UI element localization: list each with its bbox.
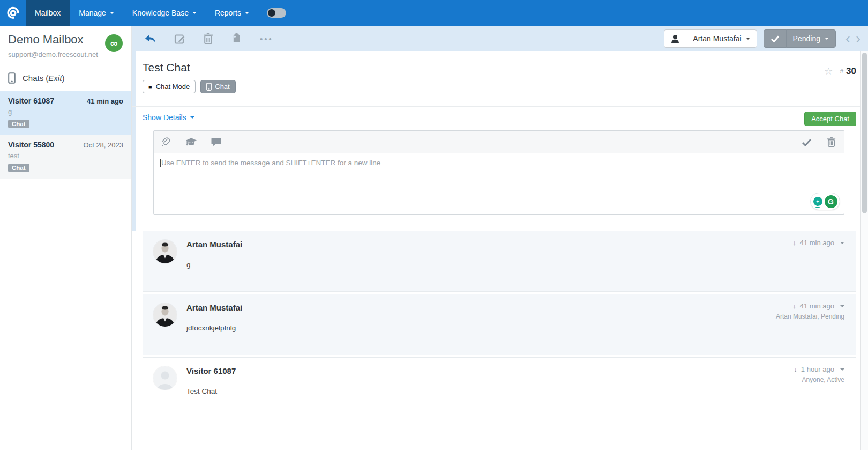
check-icon bbox=[802, 138, 812, 146]
avatar bbox=[153, 303, 177, 327]
message-menu-caret[interactable] bbox=[840, 368, 844, 371]
scrollbar-thumb[interactable] bbox=[862, 53, 867, 213]
chat-type-badge: Chat bbox=[8, 164, 29, 172]
message-menu-caret[interactable] bbox=[840, 242, 844, 244]
assignee-icon-button[interactable] bbox=[664, 29, 686, 48]
graduation-cap-icon bbox=[185, 137, 197, 147]
accept-chat-button[interactable]: Accept Chat bbox=[804, 112, 856, 126]
message-status: Anyone, Active bbox=[794, 376, 844, 383]
edit-icon bbox=[174, 33, 185, 45]
show-details-link[interactable]: Show Details bbox=[143, 113, 194, 122]
message-body: Test Chat bbox=[186, 387, 236, 395]
back-button[interactable] bbox=[144, 33, 156, 45]
conversation-title[interactable]: Test Chat bbox=[143, 61, 856, 74]
nav-knowledge-base[interactable]: Knowledge Base bbox=[123, 0, 206, 26]
agent-avatar-photo bbox=[153, 240, 177, 263]
chevron-down-icon bbox=[825, 38, 829, 40]
conversation-preview: g bbox=[8, 108, 123, 116]
avatar bbox=[153, 366, 177, 390]
message-time: 41 min ago bbox=[800, 302, 834, 310]
message-body: g bbox=[186, 261, 242, 269]
message-menu-caret[interactable] bbox=[840, 305, 844, 307]
mobile-phone-icon bbox=[206, 83, 212, 91]
grammarly-widget: ✦ G bbox=[810, 193, 840, 210]
status-group: Pending bbox=[764, 29, 836, 48]
grammarly-icon[interactable]: G bbox=[825, 195, 837, 208]
attach-file-button[interactable] bbox=[162, 137, 171, 147]
mobile-phone-icon bbox=[8, 72, 16, 84]
trash-icon bbox=[827, 137, 836, 147]
thread-message: Visitor 61087 Test Chat ↓ 1 hour ago Any… bbox=[143, 357, 856, 447]
more-actions-button[interactable]: ••• bbox=[260, 34, 273, 43]
message-input[interactable]: Use ENTER to send the message and SHIFT+… bbox=[154, 153, 844, 214]
conversation-number-hash: # bbox=[840, 68, 843, 75]
conversation-header: Test Chat ■ Chat Mode Chat ☆ # 30 bbox=[132, 51, 868, 93]
edit-button[interactable] bbox=[174, 33, 185, 45]
message-thread: Artan Mustafai g ↓ 41 min ago bbox=[143, 231, 856, 447]
nav-reports[interactable]: Reports bbox=[206, 0, 258, 26]
conversation-list-item[interactable]: Visitor 61087 41 min ago g Chat bbox=[0, 91, 131, 135]
prev-conversation-button[interactable]: ‹ bbox=[845, 32, 850, 46]
assignee-group: Artan Mustafai bbox=[664, 29, 757, 48]
send-confirm-button[interactable] bbox=[802, 138, 812, 146]
avatar bbox=[153, 240, 177, 263]
received-arrow-icon: ↓ bbox=[792, 302, 796, 310]
vertical-scrollbar[interactable] bbox=[860, 51, 868, 450]
speech-bubble-icon bbox=[211, 137, 221, 146]
conversation-toolbar: ••• Artan Mustafai bbox=[132, 26, 868, 51]
back-arrow-icon bbox=[144, 33, 156, 45]
saved-replies-button[interactable] bbox=[185, 137, 197, 147]
received-arrow-icon: ↓ bbox=[794, 365, 797, 373]
grammarly-suggestion-icon[interactable]: ✦ bbox=[813, 197, 822, 206]
chats-exit-label[interactable]: Exit bbox=[48, 73, 62, 83]
square-icon: ■ bbox=[148, 84, 152, 90]
star-icon[interactable]: ☆ bbox=[824, 65, 833, 77]
conversation-time: Oct 28, 2023 bbox=[84, 141, 123, 149]
nav-mailbox[interactable]: Mailbox bbox=[26, 0, 70, 26]
conversation-preview: test bbox=[8, 152, 123, 160]
message-time: 1 hour ago bbox=[801, 365, 834, 373]
delete-button[interactable] bbox=[203, 33, 213, 45]
chevron-down-icon bbox=[746, 38, 750, 40]
conversation-list-item[interactable]: Visitor 55800 Oct 28, 2023 test Chat bbox=[0, 135, 131, 179]
sparkle-icon: ✦ bbox=[815, 199, 820, 204]
chat-widget-badge[interactable]: ∞ bbox=[105, 34, 123, 52]
message-author: Artan Mustafai bbox=[186, 303, 242, 312]
tag-button[interactable] bbox=[231, 33, 242, 45]
status-confirm-button[interactable] bbox=[764, 29, 787, 48]
status-label: Pending bbox=[793, 34, 820, 43]
message-author: Artan Mustafai bbox=[186, 240, 242, 249]
status-dropdown[interactable]: Pending bbox=[786, 29, 836, 48]
nav-reports-label: Reports bbox=[215, 9, 241, 17]
dark-mode-toggle[interactable] bbox=[267, 8, 286, 18]
chat-mode-button[interactable]: ■ Chat Mode bbox=[143, 80, 196, 93]
note-button[interactable] bbox=[211, 137, 221, 146]
chats-folder-link[interactable]: Chats (Exit) bbox=[8, 72, 123, 84]
nav-mailbox-label: Mailbox bbox=[35, 9, 61, 17]
chevron-down-icon bbox=[192, 12, 197, 14]
message-body: jdfocxnkjelpfnlg bbox=[186, 324, 242, 332]
conversation-body: Show Details Accept Chat bbox=[132, 106, 868, 447]
chat-type-badge: Chat bbox=[8, 120, 29, 128]
discard-draft-button[interactable] bbox=[827, 137, 836, 147]
message-input-placeholder: Use ENTER to send the message and SHIFT+… bbox=[161, 159, 380, 167]
chat-channel-badge[interactable]: Chat bbox=[200, 80, 235, 93]
customer-avatar-placeholder bbox=[153, 366, 177, 390]
assignee-dropdown[interactable]: Artan Mustafai bbox=[686, 29, 757, 48]
freescout-logo-icon bbox=[6, 6, 20, 20]
check-icon bbox=[770, 35, 780, 43]
chevron-down-icon bbox=[190, 116, 194, 119]
editor-toolbar bbox=[154, 131, 844, 153]
top-navbar: Mailbox Manage Knowledge Base Reports bbox=[0, 0, 868, 26]
infinity-icon: ∞ bbox=[110, 38, 118, 49]
nav-manage-label: Manage bbox=[79, 9, 106, 17]
conversation-time: 41 min ago bbox=[87, 97, 123, 105]
next-conversation-button[interactable]: › bbox=[856, 32, 860, 46]
thread-message: Artan Mustafai jdfocxnkjelpfnlg ↓ 41 min… bbox=[143, 294, 856, 355]
chevron-down-icon bbox=[245, 12, 249, 14]
received-arrow-icon: ↓ bbox=[792, 239, 796, 247]
nav-manage[interactable]: Manage bbox=[70, 0, 123, 26]
agent-avatar-photo bbox=[153, 303, 177, 327]
mailbox-sidebar: Demo Mailbox ∞ support@demo.freescout.ne… bbox=[0, 26, 132, 450]
freescout-logo[interactable] bbox=[0, 0, 26, 26]
